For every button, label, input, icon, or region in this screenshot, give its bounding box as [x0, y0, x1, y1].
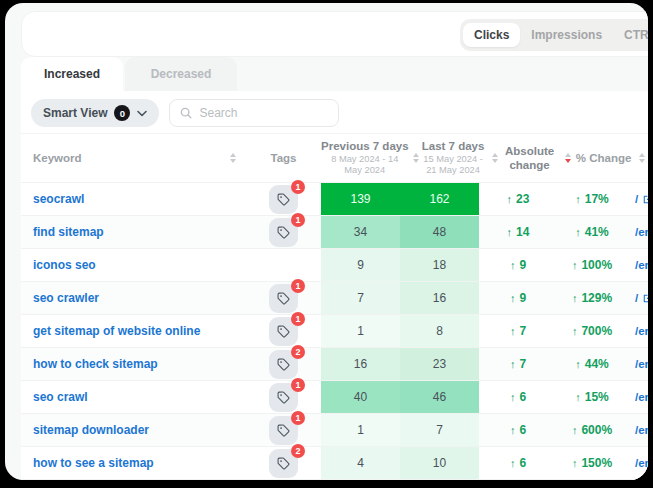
- column-header-last: Last 7 days: [422, 139, 485, 153]
- percent-change-cell: ↑41%: [557, 216, 627, 248]
- previous-value-cell: 9: [321, 249, 400, 281]
- tag-count-badge: 1: [291, 279, 305, 293]
- absolute-change-cell: ↑6: [479, 447, 557, 479]
- percent-change-cell: ↑100%: [557, 249, 627, 281]
- column-header-tags: Tags: [271, 152, 297, 164]
- percent-change-value: 100%: [581, 258, 612, 272]
- search-input[interactable]: [199, 106, 319, 120]
- url-link[interactable]: /en: [635, 457, 648, 469]
- sort-icon-absolute-change[interactable]: [565, 153, 571, 163]
- up-arrow-icon: ↑: [575, 193, 581, 205]
- keyword-link[interactable]: find sitemap: [33, 225, 104, 239]
- content-card: Smart View 0 Keyword Tags Previous 7 day…: [21, 91, 648, 480]
- tab-increased[interactable]: Increased: [21, 57, 123, 91]
- url-link[interactable]: /en: [635, 226, 648, 238]
- url-link[interactable]: /en: [635, 391, 648, 403]
- up-arrow-icon: ↑: [507, 193, 513, 205]
- percent-change-cell: ↑17%: [557, 183, 627, 215]
- tag-icon: [277, 424, 290, 437]
- last-value-cell: 48: [400, 216, 479, 248]
- tag-button[interactable]: 1: [269, 383, 298, 412]
- url-text: /en: [635, 226, 648, 238]
- last-value-cell: 7: [400, 414, 479, 446]
- percent-change-value: 41%: [585, 225, 609, 239]
- url-text: /en: [635, 424, 648, 436]
- url-link[interactable]: /en: [635, 325, 648, 337]
- app-window: Clicks Impressions CTR Avg Position Incr…: [5, 3, 648, 480]
- up-arrow-icon: ↑: [507, 226, 513, 238]
- tag-button[interactable]: 1: [269, 218, 298, 247]
- url-link[interactable]: /em: [635, 259, 648, 271]
- tag-button[interactable]: 2: [269, 449, 298, 478]
- url-link[interactable]: /en: [635, 424, 648, 436]
- up-arrow-icon: ↑: [510, 259, 516, 271]
- percent-change-cell: ↑150%: [557, 447, 627, 479]
- previous-value-cell: 1: [321, 315, 400, 347]
- tag-count-badge: 2: [291, 345, 305, 359]
- column-header-previous-dates: 8 May 2024 - 14 May 2024: [326, 154, 404, 177]
- sort-icon-percent-change[interactable]: [639, 153, 645, 163]
- column-header-previous: Previous 7 days: [321, 139, 409, 153]
- tag-count-badge: 1: [291, 312, 305, 326]
- metric-tab-ctr[interactable]: CTR: [613, 23, 648, 47]
- percent-change-value: 700%: [581, 324, 612, 338]
- absolute-change-cell: ↑7: [479, 348, 557, 380]
- tab-decreased[interactable]: Decreased: [125, 57, 237, 91]
- absolute-change-cell: ↑6: [479, 381, 557, 413]
- url-text: /en: [635, 391, 648, 403]
- url-link[interactable]: /: [635, 292, 648, 304]
- metric-tab-clicks[interactable]: Clicks: [463, 23, 520, 47]
- absolute-change-cell: ↑6: [479, 414, 557, 446]
- absolute-change-value: 7: [519, 357, 526, 371]
- keyword-link[interactable]: iconos seo: [33, 258, 96, 272]
- column-header-percent-change: % Change: [576, 152, 632, 164]
- absolute-change-value: 23: [516, 192, 529, 206]
- url-link[interactable]: /: [635, 193, 648, 205]
- keyword-link[interactable]: seo crawler: [33, 291, 99, 305]
- up-arrow-icon: ↑: [572, 259, 578, 271]
- table-row: sitemap downloader 1 1 7 ↑6 ↑600% /en: [21, 414, 648, 447]
- last-value-cell: 10: [400, 447, 479, 479]
- filter-row: Smart View 0: [21, 91, 648, 133]
- url-link[interactable]: /en: [635, 358, 648, 370]
- column-header-last-dates: 15 May 2024 - 21 May 2024: [419, 154, 488, 177]
- keyword-link[interactable]: seo crawl: [33, 390, 88, 404]
- tag-button[interactable]: 1: [269, 416, 298, 445]
- keyword-link[interactable]: how to see a sitemap: [33, 456, 154, 470]
- absolute-change-value: 7: [519, 324, 526, 338]
- table-row: how to check sitemap 2 16 23 ↑7 ↑44% /en: [21, 348, 648, 381]
- tag-button[interactable]: 1: [269, 317, 298, 346]
- column-header-keyword: Keyword: [33, 152, 82, 164]
- keyword-link[interactable]: seocrawl: [33, 192, 84, 206]
- tag-icon: [277, 325, 290, 338]
- previous-value-cell: 7: [321, 282, 400, 314]
- metric-tab-impressions[interactable]: Impressions: [520, 23, 613, 47]
- up-arrow-icon: ↑: [510, 292, 516, 304]
- tag-button[interactable]: 1: [269, 284, 298, 313]
- absolute-change-value: 14: [516, 225, 529, 239]
- tag-icon: [277, 358, 290, 371]
- previous-value-cell: 1: [321, 414, 400, 446]
- url-text: /en: [635, 325, 648, 337]
- percent-change-cell: ↑129%: [557, 282, 627, 314]
- last-value-cell: 46: [400, 381, 479, 413]
- sort-icon-keyword[interactable]: [230, 153, 236, 163]
- tag-icon: [277, 193, 290, 206]
- table-header: Keyword Tags Previous 7 days 8 May 2024 …: [21, 133, 648, 183]
- table-row: seo crawl 1 40 46 ↑6 ↑15% /en: [21, 381, 648, 414]
- keyword-link[interactable]: get sitemap of website online: [33, 324, 200, 338]
- smart-view-button[interactable]: Smart View 0: [31, 99, 159, 127]
- up-arrow-icon: ↑: [510, 457, 516, 469]
- up-arrow-icon: ↑: [572, 292, 578, 304]
- tag-button[interactable]: 1: [269, 185, 298, 214]
- up-arrow-icon: ↑: [572, 457, 578, 469]
- tag-button[interactable]: 2: [269, 350, 298, 379]
- keyword-link[interactable]: sitemap downloader: [33, 423, 149, 437]
- previous-value-cell: 4: [321, 447, 400, 479]
- percent-change-value: 15%: [585, 390, 609, 404]
- keyword-link[interactable]: how to check sitemap: [33, 357, 158, 371]
- up-arrow-icon: ↑: [575, 358, 581, 370]
- url-text: /: [635, 292, 638, 304]
- top-toolbar: Clicks Impressions CTR Avg Position: [21, 11, 648, 57]
- previous-value-cell: 34: [321, 216, 400, 248]
